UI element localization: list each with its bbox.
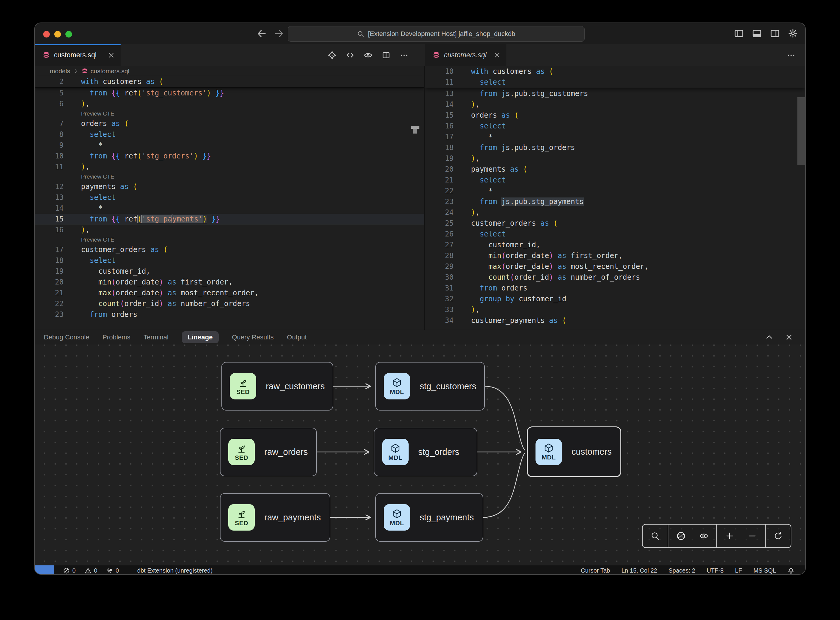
toggle-secondary-sidebar-icon[interactable] (770, 28, 780, 38)
code-line-14[interactable]: 14* (35, 203, 424, 214)
code-line-24[interactable]: 24), (425, 207, 805, 218)
code-line-7[interactable]: 7orders as ( (35, 118, 424, 129)
zoom-in-icon[interactable] (725, 531, 735, 541)
panel-tab-terminal[interactable]: Terminal (144, 333, 168, 341)
code-line-27[interactable]: 27customer_id, (425, 239, 805, 250)
lineage-node-raw_orders[interactable]: SEDraw_orders (220, 427, 317, 476)
close-panel-icon[interactable] (785, 333, 793, 342)
lineage-node-stg_customers[interactable]: MDLstg_customers (375, 362, 485, 411)
code-line-19[interactable]: 19), (425, 153, 805, 164)
status-item-0[interactable]: 0 (63, 567, 76, 574)
lineage-node-stg_orders[interactable]: MDLstg_orders (374, 427, 477, 476)
code-line-33[interactable]: 33), (425, 304, 805, 315)
code-line-32[interactable]: 32group by customer_id (425, 293, 805, 304)
code-line-11[interactable]: 11), (35, 161, 424, 172)
code-line-2[interactable]: 2with customers as ( (35, 76, 424, 87)
remote-indicator[interactable] (35, 565, 54, 575)
editor-left[interactable]: models customers.sql 2with customers as … (35, 66, 425, 330)
code-line-25[interactable]: 25customer_orders as ( (425, 218, 805, 229)
code-line-10[interactable]: 10from {{ ref('stg_orders') }} (35, 150, 424, 161)
breadcrumb-file[interactable]: customers.sql (90, 68, 129, 75)
code-line-17[interactable]: 17customer_orders as ( (35, 244, 424, 255)
close-tab-icon[interactable] (493, 51, 501, 59)
code-line-18[interactable]: 18select (35, 255, 424, 266)
status-item-0[interactable]: 0 (106, 567, 119, 574)
panel-tab-problems[interactable]: Problems (102, 333, 131, 341)
status-item-spaces-2[interactable]: Spaces: 2 (669, 567, 695, 574)
code-line-14[interactable]: 14), (425, 99, 805, 110)
code-line-11[interactable]: 11select (425, 77, 805, 87)
panel-tab-output[interactable]: Output (287, 333, 307, 341)
code-line-19[interactable]: 19customer_id, (35, 266, 424, 277)
eye-icon[interactable] (699, 531, 709, 541)
status-item-0[interactable]: 0 (84, 567, 97, 574)
tab-customers-sql-right[interactable]: customers.sql (425, 44, 506, 66)
code-line-31[interactable]: 31from orders (425, 283, 805, 293)
code-line-21[interactable]: 21select (425, 175, 805, 185)
refresh-icon[interactable] (773, 531, 783, 541)
code-line-5[interactable]: 5from {{ ref('stg_customers') }} (35, 87, 424, 98)
code-line-16[interactable]: 16), (35, 224, 424, 235)
code-line-13[interactable]: 13select (35, 192, 424, 203)
code-line-8[interactable]: 8select (35, 129, 424, 140)
code-line-26[interactable]: 26select (425, 229, 805, 239)
zoom-out-icon[interactable] (748, 531, 757, 541)
code-line-34[interactable]: 34customer_payments as ( (425, 315, 805, 326)
code-line-20[interactable]: 20payments as ( (425, 164, 805, 175)
status-item-ln-15-col-22[interactable]: Ln 15, Col 22 (621, 567, 657, 574)
code-line-9[interactable]: 9* (35, 140, 424, 150)
code-line-17[interactable]: 17* (425, 131, 805, 142)
code-line-28[interactable]: 28min(order_date) as first_order, (425, 250, 805, 261)
lineage-node-stg_payments[interactable]: MDLstg_payments (375, 493, 483, 542)
search-icon[interactable] (651, 531, 660, 541)
forward-icon[interactable] (273, 28, 284, 39)
toggle-sidebar-icon[interactable] (734, 28, 744, 38)
status-item-lf[interactable]: LF (735, 567, 742, 574)
command-center[interactable]: [Extension Development Host] jaffle_shop… (288, 26, 585, 42)
status-item-cursor-tab[interactable]: Cursor Tab (581, 567, 610, 574)
code-line-12[interactable]: 12payments as ( (35, 181, 424, 192)
code-lens[interactable]: Preview CTE (35, 172, 424, 181)
compiled-code-icon[interactable] (346, 51, 355, 60)
status-item-dbt-extension-unregistered[interactable]: dbt Extension (unregistered) (128, 567, 212, 574)
code-line-21[interactable]: 21max(order_date) as most_recent_order, (35, 287, 424, 298)
code-lens[interactable]: Preview CTE (35, 109, 424, 118)
split-editor-icon[interactable] (382, 51, 391, 60)
panel-tab-lineage[interactable]: Lineage (182, 331, 219, 343)
dbt-power-user-icon[interactable] (328, 51, 337, 60)
zoom-window-button[interactable] (65, 31, 72, 38)
breadcrumb-folder[interactable]: models (50, 68, 70, 75)
code-line-6[interactable]: 6), (35, 98, 424, 109)
code-line-18[interactable]: 18from js.pub.stg_orders (425, 142, 805, 153)
code-line-13[interactable]: 13from js.pub.stg_customers (425, 88, 805, 99)
more-actions-icon[interactable] (787, 51, 796, 60)
toggle-panel-icon[interactable] (752, 28, 762, 38)
code-line-23[interactable]: 23from orders (35, 309, 424, 320)
tab-customers-sql-left[interactable]: customers.sql (35, 44, 120, 66)
lineage-node-raw_payments[interactable]: SEDraw_payments (220, 493, 330, 542)
aperture-icon[interactable] (676, 531, 686, 541)
code-line-22[interactable]: 22* (425, 185, 805, 196)
breadcrumb[interactable]: models customers.sql (35, 66, 424, 76)
scrollbar-marker[interactable] (413, 129, 417, 134)
preview-eye-icon[interactable] (364, 51, 373, 60)
code-line-20[interactable]: 20min(order_date) as first_order, (35, 277, 424, 287)
status-item-ms-sql[interactable]: MS SQL (753, 567, 776, 574)
code-line-22[interactable]: 22count(order_id) as number_of_orders (35, 298, 424, 309)
panel-tab-query-results[interactable]: Query Results (232, 333, 273, 341)
scrollbar-marker[interactable] (411, 126, 419, 129)
close-tab-icon[interactable] (107, 51, 115, 59)
code-line-29[interactable]: 29max(order_date) as most_recent_order, (425, 261, 805, 272)
lineage-canvas[interactable]: SEDraw_customersMDLstg_customersSEDraw_o… (35, 345, 805, 565)
panel-tab-debug-console[interactable]: Debug Console (44, 333, 89, 341)
code-line-15[interactable]: 15from {{ ref('stg_payments') }} (35, 214, 424, 224)
lineage-node-raw_customers[interactable]: SEDraw_customers (221, 362, 333, 411)
code-line-23[interactable]: 23from js.pub.stg_payments (425, 196, 805, 207)
editor-right[interactable]: 10with customers as (11select 13from js.… (425, 66, 805, 330)
back-icon[interactable] (256, 28, 267, 39)
minimize-window-button[interactable] (54, 31, 61, 38)
status-item[interactable] (787, 567, 794, 574)
code-line-15[interactable]: 15orders as ( (425, 110, 805, 120)
code-line-16[interactable]: 16select (425, 120, 805, 131)
lineage-node-customers[interactable]: MDLcustomers (527, 426, 621, 477)
